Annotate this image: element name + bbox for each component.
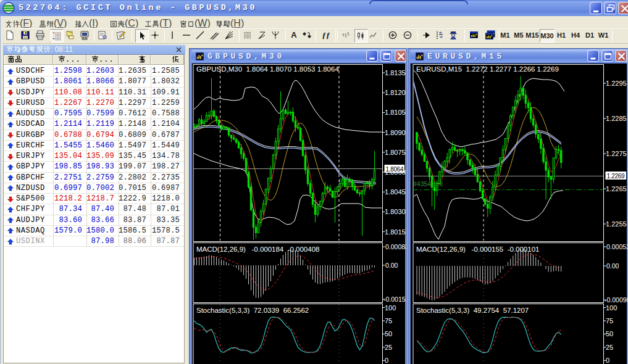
svg-text:0.00053: 0.00053 [606, 243, 628, 250]
svg-text:1.2269: 1.2269 [607, 173, 625, 180]
svg-text:1.2275: 1.2275 [606, 150, 627, 157]
svg-text:0.00: 0.00 [606, 262, 619, 270]
svg-text:-0.00151: -0.00151 [383, 296, 406, 303]
svg-text:25: 25 [385, 344, 392, 351]
svg-text:0: 0 [385, 357, 388, 364]
svg-text:MACD(12,26,9) -0.000184 -0.: MACD(12,26,9) -0.000184 -0.000408 [196, 246, 319, 253]
svg-text:-0.00090: -0.00090 [605, 296, 628, 304]
svg-text:Stochastic(5,3,3) 72.0339 66: Stochastic(5,3,3) 72.0339 66.2562 [196, 307, 309, 314]
svg-text:1.8015: 1.8015 [385, 228, 406, 236]
svg-text:50: 50 [385, 330, 392, 337]
svg-text:1.8090: 1.8090 [385, 129, 406, 136]
svg-text:1.8135: 1.8135 [385, 69, 406, 77]
svg-text:1.2295: 1.2295 [606, 80, 627, 87]
svg-text:0.00: 0.00 [385, 262, 398, 269]
svg-text:0.00083: 0.00083 [385, 243, 406, 250]
svg-text:1.8075: 1.8075 [385, 149, 406, 156]
svg-text:100: 100 [385, 304, 396, 312]
svg-text:GBPUSD,M30 1.8064 1.8070 1.80: GBPUSD,M30 1.8064 1.8070 1.8053 1.8064 [196, 65, 339, 73]
svg-text:1.2285: 1.2285 [606, 115, 627, 122]
svg-text:EURUSD,M15 1.2272 1.2277 1.22: EURUSD,M15 1.2272 1.2277 1.2266 1.2269 [416, 65, 559, 73]
svg-text:50: 50 [606, 330, 613, 337]
svg-text:1.8064: 1.8064 [386, 166, 404, 173]
svg-text:75: 75 [385, 317, 392, 325]
svg-text:1.8045: 1.8045 [385, 188, 406, 196]
svg-text:MACD(12,26,9) -0.000155 -0.: MACD(12,26,9) -0.000155 -0.000101 [416, 246, 539, 253]
svg-text:1.8030: 1.8030 [385, 208, 406, 215]
svg-text:1.2265: 1.2265 [606, 185, 627, 192]
svg-text:25: 25 [606, 344, 613, 351]
svg-text:75: 75 [606, 317, 613, 325]
svg-text:Stochastic(5,3,3) 49.2754 57: Stochastic(5,3,3) 49.2754 57.1207 [416, 307, 529, 314]
svg-text:1.2255: 1.2255 [606, 220, 627, 228]
svg-text:1.8105: 1.8105 [385, 109, 406, 116]
svg-text:100: 100 [606, 304, 617, 312]
svg-text:1.8120: 1.8120 [385, 89, 406, 96]
svg-text:0: 0 [606, 357, 609, 364]
